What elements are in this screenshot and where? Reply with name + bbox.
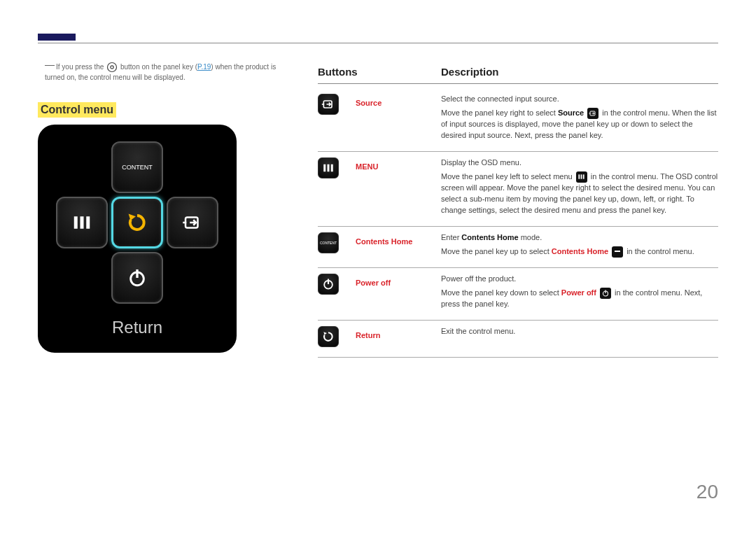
return-icon	[125, 211, 149, 234]
contents-home-icon-badge: CONTENT	[318, 232, 339, 253]
table-row: Source Select the connected input source…	[318, 88, 718, 152]
power-off-inline-icon	[600, 288, 611, 299]
panel-key-indicator-icon	[106, 62, 118, 73]
row-name: Source	[356, 94, 441, 141]
row-description: Select the connected input source. Move …	[441, 94, 718, 141]
page-number: 20	[696, 481, 718, 503]
control-menu-panel: CONTENT Return	[38, 125, 237, 353]
column-header-buttons: Buttons	[318, 66, 441, 78]
source-inline-icon	[587, 108, 598, 119]
menu-icon	[71, 212, 92, 233]
column-header-description: Description	[441, 66, 718, 78]
table-row: CONTENT Contents Home Enter Contents Hom…	[318, 227, 718, 268]
source-button[interactable]	[167, 197, 218, 248]
row-description: Power off the product. Move the panel ke…	[441, 274, 718, 310]
table-row: MENU Display the OSD menu. Move the pane…	[318, 152, 718, 227]
return-icon-badge	[318, 326, 339, 347]
row-name: Return	[356, 326, 441, 347]
page-ref-link[interactable]: P.19	[197, 63, 211, 71]
menu-icon-badge	[318, 157, 339, 178]
menu-button[interactable]	[56, 197, 108, 248]
row-name: Contents Home	[356, 232, 441, 258]
content-button[interactable]: CONTENT	[111, 141, 163, 193]
content-button-label: CONTENT	[122, 164, 153, 171]
table-row: Return Exit the control menu.	[318, 321, 718, 358]
row-name: MENU	[356, 157, 441, 216]
row-description: Exit the control menu.	[441, 326, 718, 347]
source-icon-badge	[318, 94, 339, 115]
svg-rect-9	[615, 251, 620, 252]
menu-inline-icon	[576, 171, 587, 183]
table-row: Power off Power off the product. Move th…	[318, 268, 718, 321]
row-description: Enter Contents Home mode. Move the panel…	[441, 232, 718, 258]
top-note: If you press the button on the panel key…	[45, 62, 297, 82]
section-heading-control-menu: Control menu	[38, 102, 116, 118]
button-description-table: Buttons Description Source Select the co…	[318, 66, 718, 358]
return-button-center[interactable]	[111, 197, 163, 248]
panel-return-label: Return	[112, 318, 162, 337]
header-accent-bar	[38, 34, 76, 41]
contents-home-inline-icon	[612, 246, 623, 258]
power-icon	[126, 267, 148, 289]
header-rule	[38, 43, 718, 43]
row-description: Display the OSD menu. Move the panel key…	[441, 157, 718, 216]
row-name: Power off	[356, 274, 441, 310]
power-off-button[interactable]	[111, 252, 163, 304]
power-off-icon-badge	[318, 274, 339, 295]
source-icon	[182, 212, 203, 233]
